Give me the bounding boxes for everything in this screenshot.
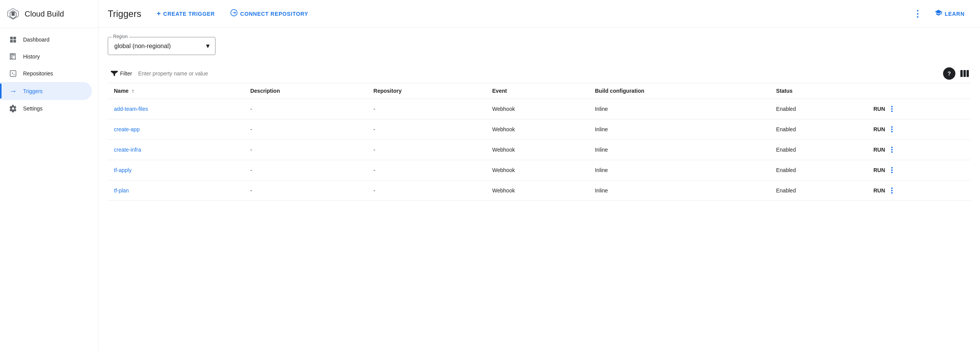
trigger-name-link-3[interactable]: tf-apply <box>114 167 132 173</box>
trigger-name-link-4[interactable]: tf-plan <box>114 187 129 194</box>
filter-actions: ? <box>943 67 971 80</box>
cell-event-4: Webhook <box>486 181 589 201</box>
svg-rect-9 <box>960 70 963 77</box>
connect-repository-label: CONNECT REPOSITORY <box>240 11 308 17</box>
sidebar-item-settings-label: Settings <box>23 105 43 112</box>
row-more-button-4[interactable] <box>890 186 894 195</box>
row-more-button-2[interactable] <box>890 145 894 154</box>
region-container: Region global (non-regional) us-central1… <box>108 37 971 55</box>
cell-name-0: add-team-files <box>108 99 244 119</box>
triggers-table: Name ↑ Description Repository Event Buil… <box>108 83 971 201</box>
create-trigger-label: CREATE TRIGGER <box>163 11 215 17</box>
cell-repository-0: - <box>367 99 486 119</box>
cell-actions-0: RUN <box>864 99 971 119</box>
table-body: add-team-files - - Webhook Inline Enable… <box>108 99 971 201</box>
create-trigger-button[interactable]: + CREATE TRIGGER <box>150 7 221 21</box>
cell-status-3: Enabled <box>770 160 864 181</box>
svg-point-24 <box>891 187 893 189</box>
app-title: Cloud Build <box>25 10 64 18</box>
cell-name-4: tf-plan <box>108 181 244 201</box>
run-button-0[interactable]: RUN <box>870 104 888 114</box>
sidebar-item-settings[interactable]: Settings <box>0 100 92 117</box>
columns-button[interactable] <box>958 67 971 80</box>
cell-event-2: Webhook <box>486 140 589 160</box>
cell-name-2: create-infra <box>108 140 244 160</box>
cell-build-configuration-4: Inline <box>589 181 770 201</box>
col-header-name: Name ↑ <box>108 83 244 99</box>
table-row: tf-apply - - Webhook Inline Enabled RUN <box>108 160 971 181</box>
svg-point-18 <box>891 147 893 148</box>
trigger-name-link-1[interactable]: create-app <box>114 126 140 132</box>
cell-status-2: Enabled <box>770 140 864 160</box>
trigger-name-link-2[interactable]: create-infra <box>114 147 141 153</box>
content-area: Region global (non-regional) us-central1… <box>99 28 980 351</box>
filter-input[interactable] <box>138 70 940 77</box>
cell-build-configuration-3: Inline <box>589 160 770 181</box>
region-select[interactable]: global (non-regional) us-central1 us-eas… <box>108 37 215 55</box>
sort-icon: ↑ <box>132 88 134 94</box>
svg-point-19 <box>891 149 893 150</box>
cell-status-1: Enabled <box>770 119 864 140</box>
connect-repository-button[interactable]: CONNECT REPOSITORY <box>224 6 314 22</box>
run-button-3[interactable]: RUN <box>870 165 888 175</box>
row-more-button-1[interactable] <box>890 125 894 134</box>
trigger-name-link-0[interactable]: add-team-files <box>114 106 148 112</box>
row-more-button-0[interactable] <box>890 104 894 114</box>
main-area: Triggers + CREATE TRIGGER CONNECT REPOSI… <box>99 0 980 351</box>
plus-icon: + <box>157 10 161 18</box>
columns-icon <box>960 70 969 77</box>
cell-event-3: Webhook <box>486 160 589 181</box>
svg-point-8 <box>917 16 918 18</box>
help-button[interactable]: ? <box>943 67 955 80</box>
svg-point-13 <box>891 108 893 110</box>
svg-point-7 <box>917 13 918 15</box>
region-select-wrapper: Region global (non-regional) us-central1… <box>108 37 215 55</box>
sidebar-item-repositories[interactable]: Repositories <box>0 65 92 82</box>
table-row: create-infra - - Webhook Inline Enabled … <box>108 140 971 160</box>
svg-point-12 <box>891 106 893 107</box>
cell-build-configuration-0: Inline <box>589 99 770 119</box>
page-title: Triggers <box>108 8 141 19</box>
sidebar-item-history[interactable]: History <box>0 48 92 65</box>
table-row: create-app - - Webhook Inline Enabled RU… <box>108 119 971 140</box>
sidebar-item-triggers-label: Triggers <box>23 88 43 94</box>
cell-description-1: - <box>244 119 367 140</box>
repositories-icon <box>9 70 17 77</box>
learn-button[interactable]: LEARN <box>928 6 971 22</box>
svg-point-17 <box>891 131 893 132</box>
run-button-4[interactable]: RUN <box>870 186 888 195</box>
cell-repository-1: - <box>367 119 486 140</box>
run-button-1[interactable]: RUN <box>870 125 888 134</box>
col-header-repository: Repository <box>367 83 486 99</box>
sidebar-nav: Dashboard History Repositories → Trigger… <box>0 28 98 117</box>
run-button-2[interactable]: RUN <box>870 145 888 154</box>
cell-status-4: Enabled <box>770 181 864 201</box>
sidebar-item-dashboard[interactable]: Dashboard <box>0 31 92 48</box>
sidebar: Cloud Build Dashboard History Repositori… <box>0 0 99 351</box>
svg-point-14 <box>891 110 893 112</box>
cell-description-0: - <box>244 99 367 119</box>
row-more-button-3[interactable] <box>890 165 894 175</box>
svg-rect-4 <box>10 71 16 77</box>
cell-event-0: Webhook <box>486 99 589 119</box>
sidebar-item-triggers[interactable]: → Triggers <box>0 82 92 100</box>
col-header-build-configuration: Build configuration <box>589 83 770 99</box>
cell-repository-4: - <box>367 181 486 201</box>
svg-point-15 <box>891 126 893 128</box>
cell-actions-1: RUN <box>864 119 971 140</box>
svg-point-20 <box>891 151 893 153</box>
cell-actions-2: RUN <box>864 140 971 160</box>
svg-point-23 <box>891 172 893 173</box>
svg-point-26 <box>891 192 893 194</box>
region-label: Region <box>112 34 129 39</box>
learn-label: LEARN <box>945 11 965 17</box>
sidebar-item-history-label: History <box>23 53 40 60</box>
svg-point-22 <box>891 169 893 171</box>
cell-build-configuration-1: Inline <box>589 119 770 140</box>
cell-actions-4: RUN <box>864 181 971 201</box>
more-options-button[interactable] <box>910 6 925 22</box>
sidebar-item-repositories-label: Repositories <box>23 70 53 77</box>
learn-icon <box>935 9 942 18</box>
filter-button[interactable]: Filter <box>108 68 135 79</box>
sidebar-header: Cloud Build <box>0 0 98 28</box>
